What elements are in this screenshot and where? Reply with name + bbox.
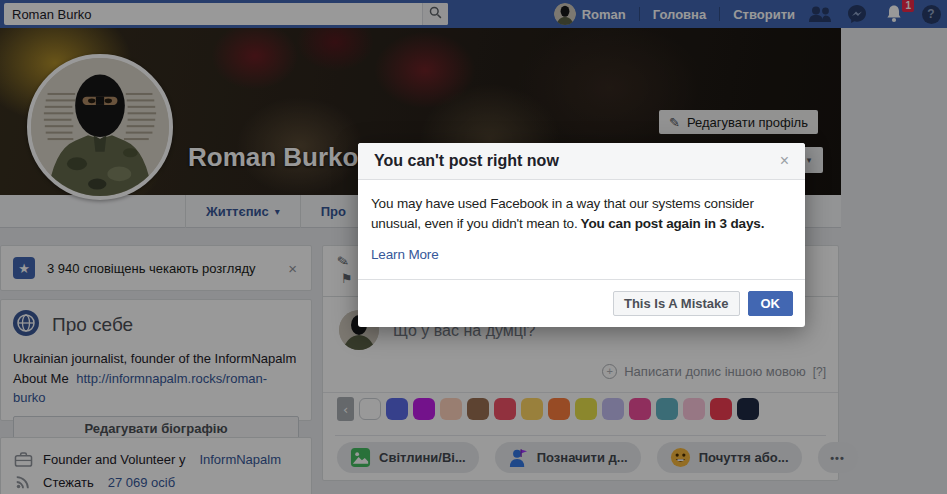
close-icon[interactable]: ×	[780, 153, 789, 169]
dialog-message-bold: You can post again in 3 days.	[581, 216, 765, 231]
facebook-profile-page: Roman Головна Створити 1 ? Roman Burko ✎…	[0, 0, 947, 494]
dialog-title: You can't post right now	[374, 152, 780, 170]
cant-post-dialog: You can't post right now × You may have …	[358, 143, 805, 327]
mistake-button[interactable]: This Is A Mistake	[613, 291, 740, 316]
ok-button[interactable]: OK	[748, 291, 794, 316]
learn-more-link[interactable]: Learn More	[371, 245, 439, 265]
